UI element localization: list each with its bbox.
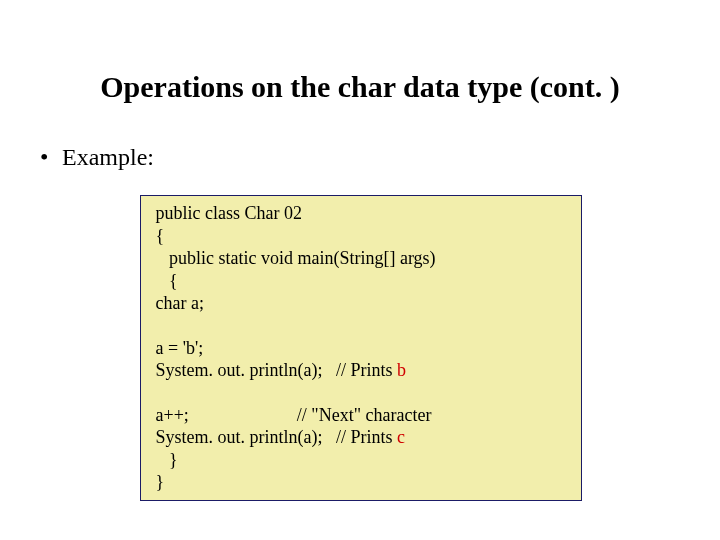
code-line: public static void main(String[] args) (151, 247, 571, 270)
example-bullet: • Example: (40, 144, 690, 171)
code-blank-line (151, 382, 571, 404)
code-line: System. out. println(a); // Prints c (151, 426, 571, 449)
code-line: { (151, 270, 571, 293)
bullet-label: Example: (62, 144, 154, 171)
code-line: { (151, 225, 571, 248)
code-text: System. out. println(a); // Prints (151, 360, 397, 380)
code-line: a++; // "Next" character (151, 404, 571, 427)
code-line: } (151, 471, 571, 494)
slide: Operations on the char data type (cont. … (0, 0, 720, 540)
page-title: Operations on the char data type (cont. … (70, 70, 650, 104)
code-line: a = 'b'; (151, 337, 571, 360)
code-line: System. out. println(a); // Prints b (151, 359, 571, 382)
code-block: public class Char 02 { public static voi… (140, 195, 582, 501)
code-blank-line (151, 315, 571, 337)
code-line: char a; (151, 292, 571, 315)
code-line: } (151, 449, 571, 472)
bullet-dot-icon: • (40, 144, 62, 171)
code-text: System. out. println(a); // Prints (151, 427, 397, 447)
code-highlight: b (397, 360, 406, 380)
code-line: public class Char 02 (151, 202, 571, 225)
code-highlight: c (397, 427, 405, 447)
